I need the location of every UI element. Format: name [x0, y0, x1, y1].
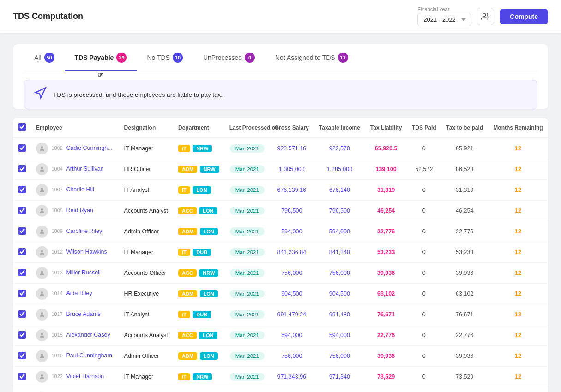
taxable-income-value: 756,000 [329, 353, 350, 359]
tax-to-be-paid-value: 39,936 [456, 353, 473, 359]
taxable-income-value: 922,570 [329, 145, 350, 152]
employee-name[interactable]: Reid Ryan [66, 207, 93, 214]
taxable-income-cell: 796,500 [314, 201, 365, 221]
row-checkbox[interactable] [18, 248, 26, 255]
users-icon-button[interactable] [477, 8, 494, 25]
tax-to-be-paid-cell: 39,936 [441, 263, 488, 284]
table-row: 1002 Cadie Cunningh... IT Manager IT NRW… [13, 138, 548, 159]
tab-tds-payable[interactable]: TDS Payable 29 ☞ [65, 44, 137, 71]
date-chip: Mar, 2021 [230, 269, 265, 277]
loc-tag: LON [193, 186, 211, 194]
gross-salary-cell: 594,000 [270, 325, 314, 346]
tab-unprocessed[interactable]: UnProcessed 0 [193, 44, 265, 71]
employee-name[interactable]: Caroline Riley [66, 228, 102, 234]
employee-name[interactable]: Wilson Hawkins [66, 249, 107, 255]
employee-name[interactable]: Charlie Hill [66, 186, 94, 193]
row-checkbox[interactable] [18, 331, 26, 339]
table-row: 1018 Alexander Casey Accounts Analyst AC… [13, 325, 548, 346]
row-checkbox[interactable] [18, 290, 26, 297]
dept-tag: IT [178, 373, 190, 380]
tab-tds-payable-badge: 29 [116, 53, 127, 63]
tax-liability-value: 53,233 [377, 249, 395, 255]
employee-name[interactable]: Violet Harrison [66, 373, 104, 380]
tax-liability-cell: 65,920.5 [365, 138, 407, 159]
table-row: 1014 Aida Riley HR Executive ADM LON Mar… [13, 284, 548, 304]
employee-name[interactable]: Bruce Adams [66, 311, 100, 317]
employee-name[interactable]: Cadie Cunningh... [66, 145, 112, 151]
row-checkbox[interactable] [18, 352, 26, 359]
employee-cell: 1004 Arthur Sullivan [31, 159, 120, 180]
employee-id: 1013 [51, 270, 62, 275]
gross-salary-cell: 971,343.96 [270, 367, 314, 387]
department-cell: ADM LON [174, 221, 225, 242]
tax-to-be-paid-cell: 65,921 [441, 138, 488, 159]
row-checkbox[interactable] [18, 269, 26, 276]
last-processed-cell: Mar, 2021 [225, 263, 270, 284]
loc-tag: NRW [199, 269, 218, 277]
tax-to-be-paid-cell: 46,254 [441, 387, 488, 392]
designation-cell: IT Manager [120, 242, 174, 263]
tab-no-tds[interactable]: No TDS 10 [137, 44, 193, 71]
department-cell: ACC LON [174, 201, 225, 221]
financial-year-select[interactable]: 2021 - 2022 2020 - 2021 2022 - 2023 [417, 13, 471, 26]
row-checkbox[interactable] [18, 373, 26, 380]
row-checkbox[interactable] [18, 227, 26, 235]
select-all-checkbox[interactable] [18, 123, 26, 131]
employee-name[interactable]: Arthur Sullivan [66, 166, 103, 172]
compute-button[interactable]: Compute [500, 9, 548, 24]
tds-paid-value: 0 [422, 270, 426, 276]
date-chip: Mar, 2021 [230, 290, 265, 298]
employee-name[interactable]: Aida Riley [66, 290, 92, 297]
data-table-wrapper: Employee Designation Department Last Pro… [13, 118, 548, 392]
tab-tds-payable-label: TDS Payable [75, 54, 114, 61]
table-row: 1008 Reid Ryan Accounts Analyst ACC LON … [13, 201, 548, 221]
dept-tag: IT [178, 145, 190, 152]
gross-salary-cell: 841,236.84 [270, 242, 314, 263]
gross-salary-value: 796,500 [281, 208, 302, 214]
months-remaining-cell: 12 [488, 201, 548, 221]
dept-tag: IT [178, 311, 190, 318]
tax-liability-cell: 76,671 [365, 304, 407, 325]
tax-to-be-paid-value: 65,921 [456, 145, 473, 152]
employee-id: 1004 [51, 166, 62, 172]
employee-col-header: Employee [31, 118, 120, 138]
tabs-section: All 50 TDS Payable 29 ☞ No TDS 10 UnProc… [13, 44, 548, 109]
svg-point-10 [41, 333, 43, 335]
tab-not-assigned[interactable]: Not Assigned to TDS 11 [265, 44, 358, 71]
row-checkbox[interactable] [18, 207, 26, 214]
taxable-income-cell: 796,500 [314, 387, 365, 392]
gross-salary-value: 904,500 [281, 291, 302, 297]
employee-name[interactable]: Alexander Casey [66, 332, 110, 338]
row-checkbox[interactable] [18, 186, 26, 193]
select-all-header [13, 118, 31, 138]
date-chip: Mar, 2021 [230, 186, 265, 194]
tab-all[interactable]: All 50 [24, 44, 65, 71]
months-remaining-cell: 12 [488, 159, 548, 180]
last-processed-cell: Mar, 2021 [225, 201, 270, 221]
main-content: All 50 TDS Payable 29 ☞ No TDS 10 UnProc… [0, 33, 561, 392]
gross-salary-cell: 991,479.24 [270, 304, 314, 325]
table-row: 1022 Violet Harrison IT Manager IT NRW M… [13, 367, 548, 387]
cursor-pointer-icon: ☞ [97, 71, 103, 78]
tds-paid-cell: 0 [407, 263, 441, 284]
designation-cell: IT Analyst [120, 180, 174, 201]
employee-id: 1007 [51, 187, 62, 192]
dept-tag: ADM [178, 228, 197, 235]
tax-to-be-paid-cell: 22,776 [441, 221, 488, 242]
row-checkbox[interactable] [18, 165, 26, 172]
svg-point-7 [41, 271, 43, 273]
tax-liability-cell: 39,936 [365, 263, 407, 284]
row-checkbox[interactable] [18, 310, 26, 318]
taxable-income-cell: 904,500 [314, 284, 365, 304]
tds-paid-cell: 0 [407, 387, 441, 392]
tab-no-tds-badge: 10 [173, 53, 183, 63]
tax-liability-cell: 46,254 [365, 387, 407, 392]
employee-name[interactable]: Paul Cunningham [66, 352, 112, 359]
employee-name[interactable]: Miller Russell [66, 269, 100, 276]
taxable-income-cell: 1,285,000 [314, 159, 365, 180]
tax-to-be-paid-col-header: Tax to be paid [441, 118, 488, 138]
row-checkbox[interactable] [18, 144, 26, 152]
employee-cell: 1002 Cadie Cunningh... [31, 138, 120, 159]
employee-cell: 1023 Tyler Wells [31, 387, 120, 392]
svg-point-3 [41, 188, 43, 190]
